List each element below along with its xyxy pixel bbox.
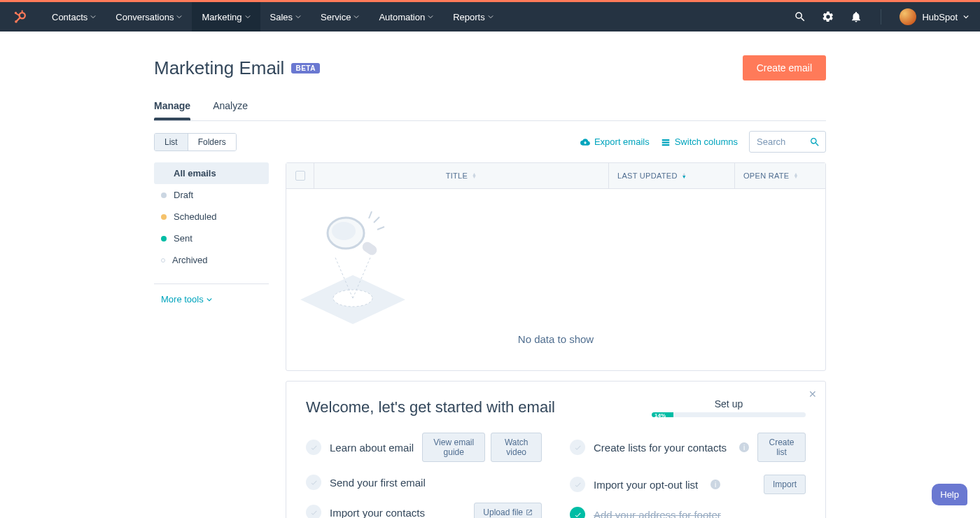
create-email-button[interactable]: Create email xyxy=(743,55,826,80)
help-button[interactable]: Help xyxy=(932,484,967,505)
external-link-icon xyxy=(526,509,533,516)
sidebar-item-archived[interactable]: Archived xyxy=(154,249,269,271)
nav-item-reports[interactable]: Reports xyxy=(443,2,503,31)
setup-label: Set up xyxy=(652,398,806,410)
export-emails-link[interactable]: Export emails xyxy=(580,136,650,147)
task-checkmark-icon xyxy=(306,475,321,490)
task-checkmark-icon xyxy=(570,440,585,455)
info-icon[interactable]: i xyxy=(739,442,749,452)
task-import-your-opt-out-list: Import your opt-out listiImport xyxy=(570,475,806,494)
account-menu[interactable]: HubSpot xyxy=(899,8,969,25)
chevron-down-icon xyxy=(428,14,433,20)
chevron-down-icon xyxy=(206,297,212,302)
setup-progress: 14% xyxy=(652,412,806,417)
switch-columns-link[interactable]: Switch columns xyxy=(661,136,738,147)
sidebar-item-draft[interactable]: Draft xyxy=(154,184,269,206)
beta-badge: BETA xyxy=(291,63,319,74)
more-tools-link[interactable]: More tools xyxy=(154,294,269,304)
task-button-view-email-guide[interactable]: View email guide xyxy=(422,433,485,462)
gear-icon[interactable] xyxy=(822,10,834,23)
task-send-your-first-email: Send your first email xyxy=(306,475,542,490)
view-toggle: ListFolders xyxy=(154,133,237,151)
sidebar-divider xyxy=(154,284,269,284)
avatar xyxy=(899,8,916,25)
tab-manage[interactable]: Manage xyxy=(154,93,190,120)
view-toggle-folders[interactable]: Folders xyxy=(188,134,236,150)
chevron-down-icon xyxy=(176,14,182,20)
chevron-down-icon xyxy=(488,14,493,20)
welcome-title: Welcome, let's get started with email xyxy=(306,398,555,416)
switch-columns-label: Switch columns xyxy=(675,136,738,147)
task-add-your-address-for-footer: Add your address for footer xyxy=(570,507,806,518)
nav-divider xyxy=(881,9,881,24)
info-icon[interactable]: i xyxy=(710,479,720,489)
chevron-down-icon xyxy=(295,14,301,20)
cloud-download-icon xyxy=(580,137,590,147)
hubspot-logo[interactable] xyxy=(11,8,28,25)
email-table: TITLE ▲▼ LAST UPDATED ▲▼ OPEN RATE ▲▼ xyxy=(286,162,826,371)
bell-icon[interactable] xyxy=(850,10,862,23)
column-title[interactable]: TITLE ▲▼ xyxy=(314,163,608,188)
task-import-your-contacts: Import your contactsUpload file xyxy=(306,503,542,518)
status-dot xyxy=(161,258,165,262)
nav-item-sales[interactable]: Sales xyxy=(260,2,312,31)
progress-percent: 14% xyxy=(654,412,666,417)
chevron-down-icon xyxy=(963,14,969,20)
search-icon xyxy=(809,136,820,148)
task-button-import[interactable]: Import xyxy=(764,475,806,494)
tab-analyze[interactable]: Analyze xyxy=(213,93,248,120)
nav-item-contacts[interactable]: Contacts xyxy=(42,2,106,31)
status-dot xyxy=(161,236,167,241)
sidebar-item-scheduled[interactable]: Scheduled xyxy=(154,206,269,227)
columns-icon xyxy=(661,137,671,147)
nav-item-marketing[interactable]: Marketing xyxy=(192,2,260,31)
search-wrap xyxy=(749,131,826,153)
column-last-updated[interactable]: LAST UPDATED ▲▼ xyxy=(608,163,734,188)
svg-rect-10 xyxy=(360,240,379,257)
nav-item-conversations[interactable]: Conversations xyxy=(106,2,192,31)
sidebar: All emailsDraftScheduledSentArchived Mor… xyxy=(154,162,269,304)
task-checkmark-icon xyxy=(306,505,321,518)
top-nav: ContactsConversationsMarketingSalesServi… xyxy=(0,2,980,31)
close-icon[interactable]: ✕ xyxy=(808,388,817,400)
empty-illustration xyxy=(286,209,419,328)
svg-point-7 xyxy=(333,290,372,307)
status-dot xyxy=(161,192,167,198)
sidebar-item-sent[interactable]: Sent xyxy=(154,227,269,249)
task-create-lists-for-your-contacts: Create lists for your contactsiCreate li… xyxy=(570,433,806,462)
svg-line-12 xyxy=(377,227,384,230)
svg-point-2 xyxy=(15,20,18,23)
chevron-down-icon xyxy=(245,14,251,20)
empty-text: No data to show xyxy=(286,333,825,345)
task-checkmark-icon xyxy=(570,507,585,518)
chevron-down-icon xyxy=(90,14,96,20)
task-button-upload-file[interactable]: Upload file xyxy=(474,503,542,518)
nav-item-service[interactable]: Service xyxy=(311,2,369,31)
status-dot xyxy=(161,214,167,220)
svg-line-11 xyxy=(374,217,379,223)
more-tools-label: More tools xyxy=(161,294,204,304)
column-open-rate[interactable]: OPEN RATE ▲▼ xyxy=(734,163,825,188)
select-all-checkbox[interactable] xyxy=(286,163,314,188)
account-label: HubSpot xyxy=(922,12,958,22)
task-button-watch-video[interactable]: Watch video xyxy=(491,433,542,462)
task-button-create-list[interactable]: Create list xyxy=(757,433,806,462)
nav-item-automation[interactable]: Automation xyxy=(369,2,443,31)
svg-line-1 xyxy=(17,18,20,21)
svg-point-9 xyxy=(332,222,356,240)
task-checkmark-icon xyxy=(570,477,585,492)
chevron-down-icon xyxy=(354,14,359,20)
empty-state: No data to show xyxy=(286,189,825,370)
task-checkmark-icon xyxy=(306,440,321,455)
sidebar-item-all-emails[interactable]: All emails xyxy=(154,162,269,184)
view-toggle-list[interactable]: List xyxy=(155,134,188,150)
search-icon[interactable] xyxy=(794,10,806,23)
page-title: Marketing Email xyxy=(154,57,284,79)
export-emails-label: Export emails xyxy=(594,136,650,147)
task-learn-about-email: Learn about emailView email guideWatch v… xyxy=(306,433,542,462)
svg-line-13 xyxy=(369,211,372,218)
welcome-card: ✕ Welcome, let's get started with email … xyxy=(286,381,826,518)
